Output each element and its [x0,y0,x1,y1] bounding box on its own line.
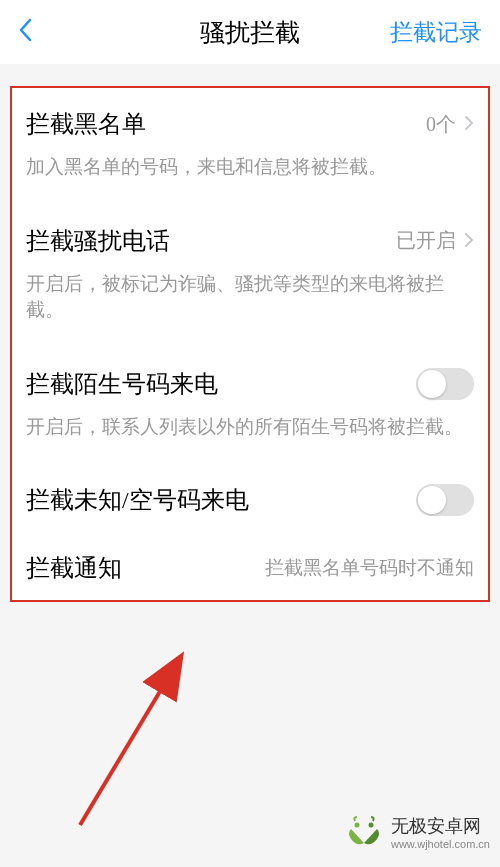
unknown-item: 拦截未知/空号码来电 [12,464,488,532]
watermark-text: 无极安卓网 www.wjhotel.com.cn [391,814,490,850]
header: 骚扰拦截 拦截记录 [0,0,500,64]
item-row: 拦截黑名单 0个 [26,106,474,142]
item-title: 拦截陌生号码来电 [26,368,218,400]
item-value: 拦截黑名单号码时不通知 [265,555,474,581]
item-row: 拦截通知 拦截黑名单号码时不通知 [26,550,474,586]
item-right: 已开启 [396,227,474,254]
item-row: 拦截骚扰电话 已开启 [26,223,474,259]
item-desc: 开启后，被标记为诈骗、骚扰等类型的来电将被拦截。 [26,271,474,334]
watermark-logo-icon [343,811,385,853]
harass-item[interactable]: 拦截骚扰电话 已开启 开启后，被标记为诈骗、骚扰等类型的来电将被拦截。 [12,205,488,348]
item-row: 拦截未知/空号码来电 [26,482,474,518]
chevron-left-icon [18,18,32,42]
annotation-arrow [65,640,245,840]
stranger-item: 拦截陌生号码来电 开启后，联系人列表以外的所有陌生号码将被拦截。 [12,348,488,465]
watermark-name: 无极安卓网 [391,814,490,838]
page-title: 骚扰拦截 [200,16,300,49]
item-title: 拦截通知 [26,552,122,584]
watermark: 无极安卓网 www.wjhotel.com.cn [343,811,490,853]
item-desc: 开启后，联系人列表以外的所有陌生号码将被拦截。 [26,414,474,451]
watermark-url: www.wjhotel.com.cn [391,838,490,850]
item-row: 拦截陌生号码来电 [26,366,474,402]
item-value: 0个 [426,111,456,138]
item-value: 已开启 [396,227,456,254]
item-right: 0个 [426,111,474,138]
item-title: 拦截骚扰电话 [26,225,170,257]
toggle-knob [418,486,446,514]
svg-point-1 [354,823,359,828]
notify-item[interactable]: 拦截通知 拦截黑名单号码时不通知 [12,532,488,600]
back-button[interactable] [18,15,58,49]
settings-panel: 拦截黑名单 0个 加入黑名单的号码，来电和信息将被拦截。 拦截骚扰电话 已开启 … [10,86,490,602]
stranger-toggle[interactable] [416,368,474,400]
item-title: 拦截黑名单 [26,108,146,140]
svg-point-2 [368,823,373,828]
unknown-toggle[interactable] [416,484,474,516]
toggle-knob [418,370,446,398]
chevron-right-icon [464,228,474,254]
item-title: 拦截未知/空号码来电 [26,484,249,516]
item-desc: 加入黑名单的号码，来电和信息将被拦截。 [26,154,474,191]
chevron-right-icon [464,111,474,137]
records-button[interactable]: 拦截记录 [390,17,482,48]
blacklist-item[interactable]: 拦截黑名单 0个 加入黑名单的号码，来电和信息将被拦截。 [12,88,488,205]
